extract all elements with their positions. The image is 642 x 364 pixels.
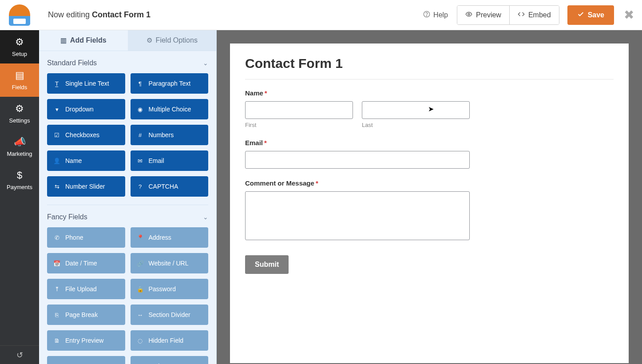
section-fancy-fields[interactable]: Fancy Fields ⌄	[47, 205, 208, 227]
field-label: Numbers	[149, 131, 174, 138]
nav-fields[interactable]: ▤ Fields	[0, 63, 39, 97]
tab-add-fields[interactable]: ▥ Add Fields	[39, 30, 128, 51]
email-label: Email*	[245, 139, 614, 146]
first-name-input[interactable]	[245, 101, 353, 119]
password-icon: 🔒	[137, 286, 144, 293]
field-rating[interactable]: ★Rating	[131, 356, 209, 364]
help-label: Help	[433, 11, 448, 19]
nav-undo[interactable]: ↺	[0, 345, 39, 364]
dollar-icon: $	[17, 170, 22, 181]
field-label: Checkboxes	[65, 131, 99, 138]
field-number-slider[interactable]: ⇆Number Slider	[47, 176, 125, 197]
field-single-line-text[interactable]: T̲Single Line Text	[47, 73, 125, 94]
last-name-input[interactable]	[362, 101, 470, 119]
svg-point-1	[427, 16, 427, 16]
comment-textarea[interactable]	[245, 191, 470, 240]
add-fields-icon: ▥	[60, 36, 67, 44]
svg-point-2	[468, 13, 470, 15]
field-hidden-field[interactable]: ◌Hidden Field	[131, 330, 209, 351]
nav-settings[interactable]: ⚙ Settings	[0, 97, 39, 130]
field-paragraph-text[interactable]: ¶Paragraph Text	[131, 73, 209, 94]
panel-tabs: ▥ Add Fields ⚙ Field Options	[39, 30, 216, 51]
entry-preview-icon: 🗎	[53, 337, 60, 344]
chevron-down-icon: ⌄	[203, 59, 208, 67]
field-multiple-choice[interactable]: ◉Multiple Choice	[131, 99, 209, 119]
nav-setup[interactable]: ⚙ Setup	[0, 30, 39, 63]
nav-payments-label: Payments	[7, 184, 32, 190]
submit-button[interactable]: Submit	[245, 255, 289, 274]
field-dropdown[interactable]: ▾Dropdown	[47, 99, 125, 119]
website-url-icon: 🔗	[137, 260, 144, 267]
field-website-url[interactable]: 🔗Website / URL	[131, 253, 209, 273]
gear-icon: ⚙	[15, 36, 24, 48]
required-asterisk: *	[316, 179, 318, 187]
captcha-icon: ?	[137, 183, 144, 190]
name-label-text: Name	[245, 89, 263, 97]
nav-marketing-label: Marketing	[7, 150, 32, 157]
date-time-icon: 📅	[53, 260, 60, 267]
megaphone-icon: 📣	[14, 136, 26, 148]
top-bar: Now editing Contact Form 1 Help Preview …	[0, 0, 642, 30]
field-page-break[interactable]: ⎘Page Break	[47, 305, 125, 325]
field-options-icon: ⚙	[147, 36, 152, 44]
nav-payments[interactable]: $ Payments	[0, 163, 39, 197]
email-label-text: Email	[245, 139, 263, 146]
field-label: Entry Preview	[65, 337, 103, 344]
sliders-icon: ⚙	[15, 103, 24, 115]
field-label: Phone	[65, 234, 83, 241]
required-asterisk: *	[264, 139, 267, 146]
nav-marketing[interactable]: 📣 Marketing	[0, 130, 39, 163]
help-link[interactable]: Help	[423, 11, 448, 20]
file-upload-icon: ⤒	[53, 286, 60, 293]
preview-button[interactable]: Preview	[457, 6, 509, 24]
field-address[interactable]: 📍Address	[131, 227, 209, 248]
section-standard-fields[interactable]: Standard Fields ⌄	[47, 51, 208, 73]
single-line-text-icon: T̲	[53, 80, 60, 87]
name-label: Name*	[245, 89, 614, 97]
field-label: Dropdown	[65, 106, 94, 113]
field-label: Section Divider	[149, 311, 190, 318]
field-label: Number Slider	[65, 183, 105, 190]
field-label: Page Break	[65, 311, 98, 318]
field-label: CAPTCHA	[149, 183, 178, 190]
check-icon	[577, 11, 584, 20]
tab-field-options[interactable]: ⚙ Field Options	[128, 30, 217, 51]
editing-prefix: Now editing	[48, 10, 92, 19]
field-captcha[interactable]: ?CAPTCHA	[131, 176, 209, 197]
form-preview: Contact Form 1 Name* First Last Email*	[230, 44, 629, 363]
side-panel: ▥ Add Fields ⚙ Field Options Standard Fi…	[39, 30, 217, 364]
chevron-down-icon: ⌄	[203, 214, 208, 221]
field-email[interactable]: ✉Email	[131, 150, 209, 171]
email-input[interactable]	[245, 151, 470, 169]
form-name: Contact Form 1	[92, 10, 151, 19]
email-icon: ✉	[137, 158, 144, 164]
comment-label: Comment or Message*	[245, 179, 614, 187]
field-checkboxes[interactable]: ☑Checkboxes	[47, 125, 125, 145]
field-name[interactable]: 👤Name	[47, 150, 125, 171]
save-button[interactable]: Save	[567, 5, 614, 25]
app-logo	[4, 4, 35, 26]
embed-button[interactable]: Embed	[509, 6, 559, 24]
field-date-time[interactable]: 📅Date / Time	[47, 253, 125, 273]
field-html[interactable]: </>HTML	[47, 356, 125, 364]
nav-fields-label: Fields	[12, 84, 28, 91]
field-label: Password	[149, 285, 176, 293]
tab-field-options-label: Field Options	[156, 36, 198, 44]
section-fancy-title: Fancy Fields	[47, 213, 87, 221]
checkboxes-icon: ☑	[53, 132, 60, 138]
field-file-upload[interactable]: ⤒File Upload	[47, 279, 125, 299]
close-button[interactable]: ✖	[624, 8, 634, 22]
field-label: Hidden Field	[149, 337, 184, 344]
field-numbers[interactable]: #Numbers	[131, 125, 209, 145]
address-icon: 📍	[137, 234, 144, 241]
nav-setup-label: Setup	[12, 51, 27, 57]
preview-label: Preview	[476, 11, 501, 19]
section-divider-icon: ↔	[137, 312, 144, 318]
field-label: Email	[149, 157, 164, 164]
form-canvas: Contact Form 1 Name* First Last Email*	[217, 30, 642, 364]
field-entry-preview[interactable]: 🗎Entry Preview	[47, 330, 125, 351]
field-password[interactable]: 🔒Password	[131, 279, 209, 299]
field-section-divider[interactable]: ↔Section Divider	[131, 305, 209, 325]
field-phone[interactable]: ✆Phone	[47, 227, 125, 248]
field-label: Single Line Text	[65, 80, 109, 87]
